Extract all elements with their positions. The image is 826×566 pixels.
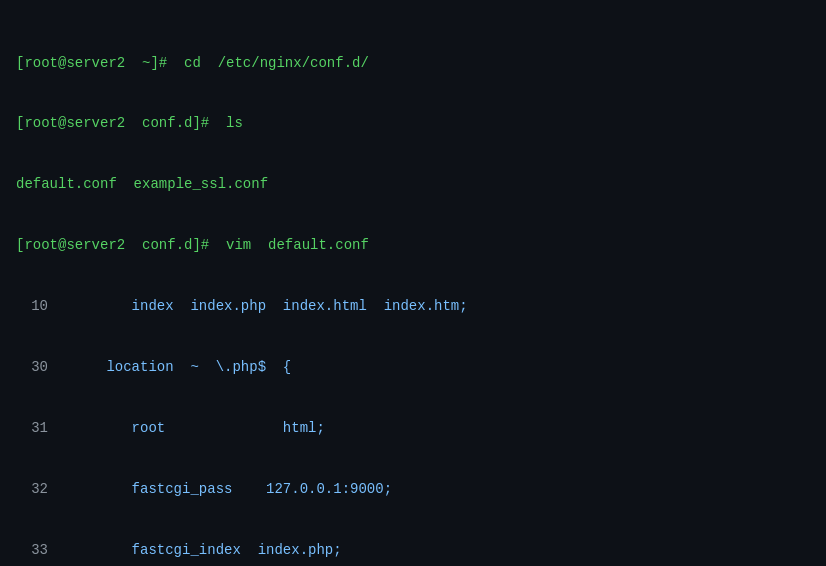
line-2: [root@server2 conf.d]# ls — [16, 113, 810, 133]
line-num-31: 31 root html; — [16, 418, 810, 438]
line-num-32: 32 fastcgi_pass 127.0.0.1:9000; — [16, 479, 810, 499]
code-33: fastcgi_index index.php; — [56, 542, 342, 558]
terminal: [root@server2 ~]# cd /etc/nginx/conf.d/ … — [16, 12, 810, 566]
num-32: 32 — [16, 479, 48, 499]
line-num-33: 33 fastcgi_index index.php; — [16, 540, 810, 560]
num-30: 30 — [16, 357, 48, 377]
line-3: default.conf example_ssl.conf — [16, 174, 810, 194]
code-10: index index.php index.html index.htm; — [56, 298, 468, 314]
line-4: [root@server2 conf.d]# vim default.conf — [16, 235, 810, 255]
code-31: root html; — [56, 420, 325, 436]
line-1: [root@server2 ~]# cd /etc/nginx/conf.d/ — [16, 53, 810, 73]
num-31: 31 — [16, 418, 48, 438]
line-num-10: 10 index index.php index.html index.htm; — [16, 296, 810, 316]
line-num-30: 30 location ~ \.php$ { — [16, 357, 810, 377]
prompt-1: [root@server2 ~]# cd /etc/nginx/conf.d/ — [16, 55, 369, 71]
code-32: fastcgi_pass 127.0.0.1:9000; — [56, 481, 392, 497]
output-files: default.conf example_ssl.conf — [16, 176, 268, 192]
prompt-2: [root@server2 conf.d]# ls — [16, 115, 243, 131]
num-10: 10 — [16, 296, 48, 316]
code-30: location ~ \.php$ { — [56, 359, 291, 375]
num-33: 33 — [16, 540, 48, 560]
prompt-3: [root@server2 conf.d]# vim default.conf — [16, 237, 369, 253]
